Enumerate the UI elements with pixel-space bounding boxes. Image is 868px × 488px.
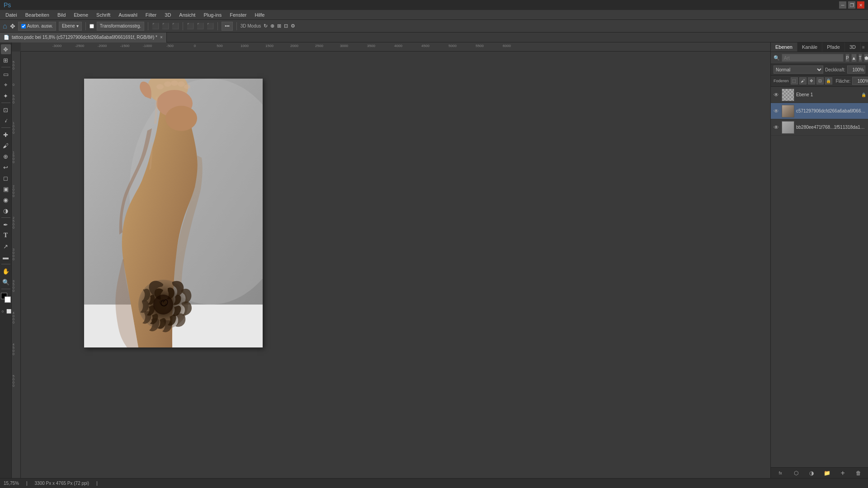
ruler-label-h-2500: -2500 [75,44,84,48]
auto-select-button[interactable]: Auton. ausw. [18,22,56,31]
document-close-button[interactable]: × [160,35,163,40]
opacity-input[interactable] [847,66,865,74]
text-tool[interactable]: T [1,230,11,240]
lock-all-btn[interactable]: 🔒 [825,77,832,84]
document-canvas[interactable] [84,79,263,347]
lock-artboard-btn[interactable]: ⊡ [816,77,824,84]
blend-mode-select[interactable]: Normal [774,66,823,74]
layer-visibility-hash1[interactable]: 👁 [773,108,780,115]
dodge-tool[interactable]: ◑ [1,206,11,216]
3d-settings-icon[interactable]: ⚙ [291,23,295,29]
layer-visibility-ebene1[interactable]: 👁 [773,91,780,99]
marquee-tool[interactable]: ▭ [1,69,11,79]
screen-mode[interactable]: ⬜ [6,306,11,316]
layer-item-ebene1[interactable]: 👁 Ebene 1 🔒 [771,87,868,103]
pen-tool[interactable]: ✒ [1,220,11,230]
more-options-button[interactable]: ••• [222,22,233,31]
align-center-icon[interactable]: ⬛ [162,23,169,29]
menu-bearbeiten[interactable]: Bearbeiten [22,11,53,19]
tab-ebenen[interactable]: Ebenen [771,42,797,52]
auto-select-checkbox[interactable] [21,24,26,28]
ruler-label-h-3500: 3500 [367,44,375,48]
lock-transparent-btn[interactable]: ⬚ [791,77,798,84]
layer-mask-button[interactable]: ⬡ [792,469,801,477]
hand-tool[interactable]: ✋ [1,266,11,276]
canvas-content[interactable] [21,52,770,478]
layer-adjustment-button[interactable]: ◑ [807,469,816,477]
align-right-icon[interactable]: ⬛ [172,23,179,29]
tab-kanaele[interactable]: Kanäle [797,42,822,52]
menu-schrift[interactable]: Schrift [93,11,114,19]
menu-hilfe[interactable]: Hilfe [251,11,268,19]
filter-adj-btn[interactable]: ▲ [851,54,857,62]
move-tool[interactable]: ✥ [1,44,11,54]
eyedropper-tool[interactable]: 𝒾 [1,116,11,126]
eraser-tool[interactable]: ◻ [1,173,11,183]
gradient-tool[interactable]: ▣ [1,184,11,194]
artboard-tool[interactable]: ⊞ [1,55,11,65]
menu-bild[interactable]: Bild [54,11,69,19]
panel-collapse-button[interactable]: ≡ [861,44,866,50]
align-bottom-icon[interactable]: ⬛ [207,23,214,29]
menu-plugins[interactable]: Plug-ins [200,11,225,19]
layer-new-button[interactable]: + [838,469,847,477]
lock-position-btn[interactable]: ✥ [808,77,815,84]
color-picker[interactable] [1,293,11,303]
align-top-icon[interactable]: ⬛ [187,23,194,29]
ps-home-icon[interactable]: ⌂ [3,22,7,30]
canvas-area[interactable]: -3000 -2500 -2000 -1500 -1000 -500 0 500… [12,42,770,478]
document-tab[interactable]: 📄 tattoo.psdc bei 15,8% (c571297906dcfd2… [0,33,167,42]
blur-tool[interactable]: ◉ [1,195,11,205]
ruler-label-h-2000: -2000 [98,44,107,48]
3d-zoom-icon[interactable]: ⊞ [277,23,281,29]
3d-extra-icon[interactable]: ⊡ [284,23,288,29]
layers-list[interactable]: 👁 Ebene 1 🔒 👁 c571297906dcfd266a6aba6f06… [771,87,868,467]
transform-button[interactable]: Transformationsstrg. [97,22,144,31]
lock-pixels-btn[interactable]: 🖌 [799,77,807,84]
brush-tool[interactable]: 🖌 [1,141,11,150]
zoom-tool[interactable]: 🔍 [1,277,11,287]
menu-ebene[interactable]: Ebene [70,11,92,19]
vertical-ruler: 500 0 500 1000 1500 2000 2500 3000 3500 … [12,52,21,478]
blend-mode-bar: Normal Deckkraft: [771,64,868,75]
restore-button[interactable]: ❐ [848,1,855,9]
healing-tool[interactable]: ✚ [1,130,11,140]
shape-tool[interactable]: ▬ [1,252,11,262]
transform-checkbox[interactable] [90,24,94,28]
layer-group-button[interactable]: 📁 [823,469,832,477]
3d-pan-icon[interactable]: ⊕ [270,23,274,29]
history-tool[interactable]: ↩ [1,162,11,172]
tool-separator-3 [1,127,10,128]
filter-shape-btn[interactable]: ⬟ [864,54,868,62]
background-color[interactable] [5,296,11,303]
quick-mask-mode[interactable]: ○ [0,306,5,316]
tab-pfade[interactable]: Pfade [822,42,845,52]
layer-search-input[interactable] [782,54,844,62]
close-button[interactable]: ✕ [857,1,864,9]
path-tool[interactable]: ↗ [1,241,11,251]
minimize-button[interactable]: ─ [839,1,846,9]
align-middle-icon[interactable]: ⬛ [197,23,204,29]
crop-tool[interactable]: ⊡ [1,105,11,115]
clone-tool[interactable]: ⊕ [1,151,11,161]
align-left-icon[interactable]: ⬛ [152,23,159,29]
filter-text-btn[interactable]: T [859,54,862,62]
menu-ansicht[interactable]: Ansicht [175,11,199,19]
menu-filter[interactable]: Filter [142,11,160,19]
menu-datei[interactable]: Datei [2,11,21,19]
layer-visibility-hash2[interactable]: 👁 [773,124,780,131]
lasso-tool[interactable]: ⌖ [1,80,11,90]
layer-item-hash2[interactable]: 👁 bb280ee471f768...1f511318da1aad [771,119,868,136]
magic-wand-tool[interactable]: ✦ [1,91,11,101]
filter-type-btn[interactable]: P [845,54,849,62]
layer-item-hash1[interactable]: 👁 c571297906dcfd266a6aba6f0661691f [771,103,868,119]
menu-auswahl[interactable]: Auswahl [115,11,141,19]
layer-dropdown[interactable]: Ebene ▾ [59,22,82,31]
tab-3d[interactable]: 3D [845,42,861,52]
layer-delete-button[interactable]: 🗑 [854,469,863,477]
3d-rotate-icon[interactable]: ↻ [264,23,268,29]
layer-fx-button[interactable]: fx [776,469,785,477]
fill-input[interactable] [852,77,868,85]
menu-3d[interactable]: 3D [161,11,175,19]
menu-fenster[interactable]: Fenster [226,11,250,19]
